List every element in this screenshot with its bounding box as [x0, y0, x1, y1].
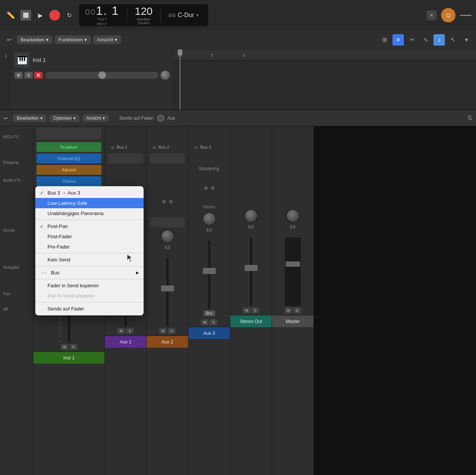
midi-button[interactable]: ♪ — [433, 34, 445, 46]
track-name[interactable]: Inst 1 — [33, 57, 46, 63]
cycle-button[interactable]: ↻ — [64, 10, 74, 21]
pan-knob-aux3[interactable] — [202, 212, 216, 226]
mute-btn-stereo-out[interactable]: M — [243, 307, 250, 314]
fader-thumb-aux2[interactable] — [161, 285, 174, 291]
pan-knob-stereo-out[interactable] — [244, 209, 258, 223]
pan-knob-aux2[interactable] — [161, 230, 174, 243]
context-menu-item-panorama[interactable]: Unabhängiges Panorama — [35, 208, 144, 218]
play-button[interactable]: ▶ — [35, 10, 46, 21]
input-plugin-sculpture[interactable]: Sculpture — [36, 142, 101, 152]
piano-icon: 🎹 — [17, 55, 27, 65]
user-avatar-button[interactable]: ☺ — [441, 8, 455, 22]
fader-track-master[interactable] — [285, 238, 301, 306]
track-pan-knob[interactable] — [160, 70, 171, 81]
solo-btn-inst1[interactable]: S — [70, 344, 77, 350]
pointer-button[interactable]: ↖ — [447, 34, 459, 46]
main-toolbar: ↩ Bearbeiten ▾ Funktionen ▾ Ansicht ▾ ⊞ … — [0, 30, 476, 49]
aux1-plugin-slot[interactable] — [108, 154, 143, 163]
mixer-bearbeiten-menu[interactable]: Bearbeiten ▾ — [13, 114, 46, 122]
context-menu-item-bus[interactable]: — Bus — [35, 268, 144, 278]
context-menu-item-sends-fader[interactable]: Sends auf Fader — [35, 304, 144, 314]
channel-strip-stereo-out: 0,0 M S Stereo Out — [230, 126, 272, 475]
fader-thumb-stereo-out[interactable] — [245, 265, 258, 271]
solo-btn-aux3[interactable]: S — [210, 319, 217, 325]
funktionen-menu[interactable]: Funktionen ▾ — [55, 35, 91, 44]
grid-view-button[interactable]: ⊞ — [379, 34, 390, 46]
key-label: C-Dur — [178, 12, 194, 19]
solo-btn-stereo-out[interactable]: S — [251, 307, 259, 314]
context-menu-item-kein-send[interactable]: Kein Send — [35, 255, 144, 265]
key-dropdown-icon[interactable]: ▾ — [196, 13, 199, 18]
solo-btn-aux2[interactable]: S — [168, 328, 176, 334]
track-fader[interactable] — [46, 72, 158, 79]
plugin-channel-eq[interactable]: Channel EQ — [36, 154, 101, 163]
channel-name-stereo-out[interactable]: Stereo Out — [230, 315, 272, 327]
list-view-button[interactable]: ≡ — [392, 34, 404, 46]
track-number: 1 — [5, 53, 7, 59]
mute-btn-aux3[interactable]: M — [201, 319, 209, 325]
back-button[interactable]: ↩ — [4, 35, 14, 45]
context-menu-item-post-fader[interactable]: Post-Fader — [35, 231, 144, 242]
mixer-optionen-menu[interactable]: Optionen ▾ — [49, 114, 79, 122]
plugin-adlimit[interactable]: AdLimit — [36, 165, 101, 175]
sends-power-button[interactable]: ⏻ — [157, 115, 164, 122]
fader-track-aux2[interactable] — [166, 258, 169, 326]
channel-name-aux3[interactable]: Aux 3 — [188, 327, 230, 339]
mute-btn-aux1[interactable]: M — [117, 328, 125, 334]
aux2-bus-input[interactable]: ∞ Bus 2 — [150, 142, 185, 152]
channel-name-aux1[interactable]: Aux 1 — [105, 336, 146, 348]
context-menu-separator-3 — [35, 266, 144, 266]
aux3-bus-input[interactable]: ∞ Bus 3 — [191, 142, 227, 152]
channel-name-master[interactable]: Master — [272, 315, 313, 327]
aus-label: Aus — [167, 116, 175, 121]
channel-bottom-aux2: M S — [147, 326, 188, 336]
context-menu-item-pre-fader[interactable]: Pre-Fader — [35, 242, 144, 252]
aux3-mastering-area: Mastering — [191, 154, 227, 184]
scissors-button[interactable]: ✂ — [406, 34, 417, 46]
context-menu-item-pan-kopieren[interactable]: Pan in Send kopieren — [35, 291, 144, 301]
solo-btn-aux1[interactable]: S — [126, 328, 134, 334]
record-arm-button[interactable]: R — [34, 72, 43, 79]
fader-thumb-master[interactable] — [286, 261, 300, 267]
mute-button[interactable]: M — [14, 72, 23, 79]
solo-btn-master[interactable]: D — [293, 307, 301, 314]
context-menu-item-low-latency[interactable]: Low-Latency-Safe — [35, 198, 144, 208]
aux3-send-dot2[interactable] — [211, 186, 215, 190]
pointer-alt-button[interactable]: ▾ — [461, 34, 472, 46]
track-fader-thumb[interactable] — [98, 71, 106, 79]
waveform-button[interactable]: ∿ — [420, 34, 431, 46]
stop-button[interactable] — [21, 10, 31, 21]
record-button[interactable] — [49, 10, 60, 21]
aux2-send-dot1[interactable] — [162, 200, 166, 204]
context-menu-item-post-pan[interactable]: Post-Pan — [35, 221, 144, 231]
pencil-button[interactable]: ✏️ — [5, 9, 17, 21]
context-menu-separator-2 — [35, 253, 144, 253]
aux2-plugin-slot[interactable] — [150, 154, 185, 163]
context-menu-item-fader-kopieren[interactable]: Fader in Send kopieren — [35, 280, 144, 291]
midi-fx-slot[interactable] — [36, 128, 101, 140]
plugin-chorus[interactable]: Chorus — [36, 176, 101, 186]
mixer-back-button[interactable]: ↩ — [4, 115, 8, 121]
fader-track-stereo-out[interactable] — [250, 238, 252, 306]
beat-label: BEAT — [97, 22, 108, 26]
fader-track-aux3[interactable] — [208, 241, 210, 309]
ansicht-menu[interactable]: Ansicht ▾ — [93, 35, 121, 44]
mute-btn-inst1[interactable]: M — [61, 344, 68, 350]
bearbeiten-menu[interactable]: Bearbeiten ▾ — [17, 35, 52, 44]
aux1-bus-input[interactable]: ∞ Bus 1 — [108, 142, 143, 152]
context-menu-item-bus3-aux3[interactable]: Bus 3 → Aux 3 — [35, 188, 144, 198]
fader-thumb-aux3[interactable] — [203, 268, 216, 274]
pan-knob-master[interactable] — [286, 209, 300, 223]
close-display-button[interactable]: ✕ — [427, 10, 436, 20]
channel-name-inst1[interactable]: Inst 1 — [33, 352, 104, 364]
solo-button[interactable]: S — [24, 72, 33, 79]
mixer-ansicht-menu[interactable]: Ansicht ▾ — [82, 114, 109, 122]
drag-handle[interactable] — [460, 15, 471, 16]
aux2-send-dot2[interactable] — [169, 200, 173, 204]
aux3-send-dot1[interactable] — [204, 186, 208, 190]
mixer-expand-button[interactable]: ⇅ — [467, 114, 472, 122]
mute-btn-aux2[interactable]: M — [159, 328, 167, 334]
aux2-output-slot[interactable] — [150, 217, 185, 227]
channel-name-aux2[interactable]: Aux 2 — [147, 336, 188, 348]
mute-btn-master[interactable]: M — [285, 307, 292, 314]
